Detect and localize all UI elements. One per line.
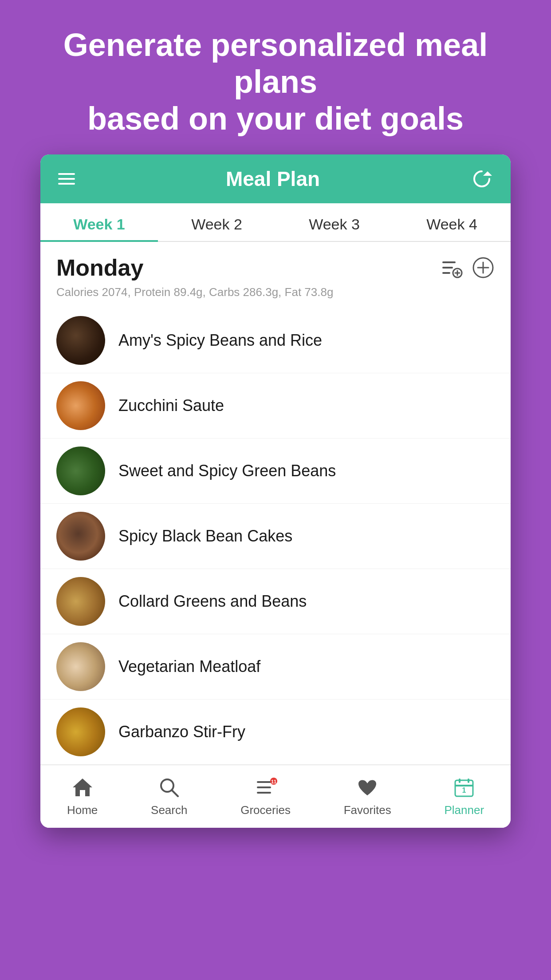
meal-name: Vegetarian Meatloaf (118, 657, 260, 676)
meal-item[interactable]: Collard Greens and Beans (40, 569, 511, 634)
meal-name: Zucchini Saute (118, 396, 224, 415)
add-meal-button[interactable] (472, 256, 495, 279)
nav-groceries[interactable]: 11 Groceries (240, 774, 291, 817)
nav-home[interactable]: Home (67, 774, 98, 817)
svg-rect-14 (257, 781, 271, 783)
content-area: Monday Calor (40, 242, 511, 765)
meal-name: Collard Greens and Beans (118, 592, 307, 611)
meal-thumbnail (56, 316, 105, 365)
add-to-list-button[interactable] (440, 256, 463, 279)
meal-thumbnail (56, 577, 105, 626)
meal-thumbnail (56, 381, 105, 430)
svg-text:1: 1 (462, 786, 466, 794)
phone-card: Meal Plan Week 1 Week 2 Week 3 Week 4 Mo… (40, 154, 511, 828)
svg-rect-15 (257, 786, 271, 788)
groceries-icon: 11 (252, 774, 279, 801)
nav-favorites[interactable]: Favorites (344, 774, 391, 817)
svg-rect-16 (257, 792, 271, 794)
tab-week2[interactable]: Week 2 (158, 203, 276, 241)
meal-thumbnail (56, 642, 105, 691)
menu-button[interactable] (58, 173, 75, 185)
meal-item[interactable]: Garbanzo Stir-Fry (40, 699, 511, 765)
svg-text:11: 11 (271, 779, 276, 784)
day-actions (440, 256, 495, 279)
hero-heading: Generate personalized meal plans based o… (0, 0, 551, 154)
search-label: Search (151, 803, 187, 817)
refresh-button[interactable] (471, 168, 493, 190)
tabs-bar: Week 1 Week 2 Week 3 Week 4 (40, 203, 511, 242)
tab-week1[interactable]: Week 1 (40, 203, 158, 241)
header-title: Meal Plan (226, 167, 320, 191)
svg-rect-2 (442, 267, 453, 269)
meal-item[interactable]: Amy's Spicy Beans and Rice (40, 308, 511, 373)
meal-item[interactable]: Spicy Black Bean Cakes (40, 504, 511, 569)
favorites-label: Favorites (344, 803, 391, 817)
nav-planner[interactable]: 1 Planner (444, 774, 484, 817)
day-title: Monday (56, 254, 143, 281)
search-icon (156, 774, 182, 801)
groceries-label: Groceries (240, 803, 291, 817)
tab-week3[interactable]: Week 3 (276, 203, 393, 241)
nutrition-summary: Calories 2074, Protein 89.4g, Carbs 286.… (40, 285, 511, 308)
svg-marker-0 (483, 171, 492, 176)
favorites-icon (354, 774, 381, 801)
hero-line1: Generate personalized meal plans (63, 27, 488, 99)
planner-icon: 1 (451, 774, 477, 801)
home-label: Home (67, 803, 98, 817)
day-header: Monday (40, 242, 511, 285)
meal-item[interactable]: Zucchini Saute (40, 373, 511, 439)
meal-thumbnail (56, 512, 105, 561)
svg-rect-3 (442, 272, 450, 274)
svg-line-13 (172, 790, 178, 796)
hero-line2: based on your diet goals (87, 101, 464, 136)
meal-item[interactable]: Vegetarian Meatloaf (40, 634, 511, 699)
bottom-navigation: Home Search 11 Groceries (40, 765, 511, 828)
meal-thumbnail (56, 707, 105, 756)
tab-week4[interactable]: Week 4 (393, 203, 511, 241)
nav-search[interactable]: Search (151, 774, 187, 817)
meal-name: Garbanzo Stir-Fry (118, 723, 245, 741)
meal-name: Spicy Black Bean Cakes (118, 527, 292, 545)
meal-name: Amy's Spicy Beans and Rice (118, 331, 322, 350)
planner-label: Planner (444, 803, 484, 817)
svg-rect-21 (459, 778, 460, 783)
meal-item[interactable]: Sweet and Spicy Green Beans (40, 439, 511, 504)
home-icon (69, 774, 96, 801)
svg-marker-11 (73, 778, 92, 796)
svg-rect-22 (468, 778, 469, 783)
svg-rect-1 (442, 261, 456, 263)
meal-name: Sweet and Spicy Green Beans (118, 462, 336, 480)
app-header: Meal Plan (40, 154, 511, 203)
meal-thumbnail (56, 447, 105, 495)
